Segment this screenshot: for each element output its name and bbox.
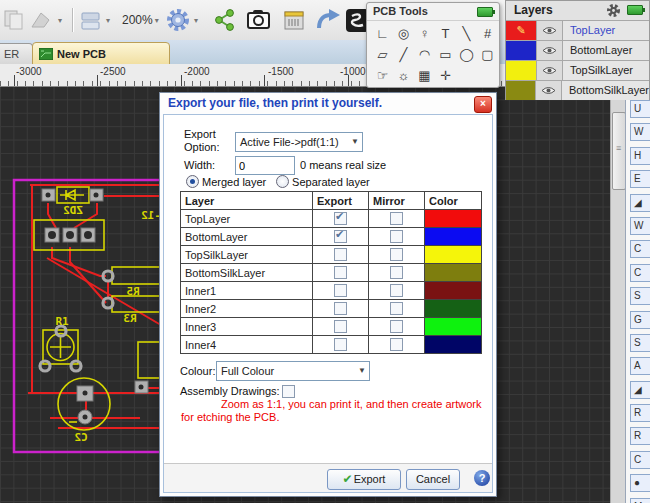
radio-icon[interactable]: [186, 175, 199, 188]
table-row: TopSilkLayer: [181, 246, 482, 264]
pcb-tool-track-icon[interactable]: ∟: [372, 23, 393, 44]
property-field-fragment: E: [630, 170, 650, 188]
export-checkbox[interactable]: [334, 320, 347, 333]
property-field-fragment: ◢: [630, 381, 650, 399]
property-field-fragment: S: [630, 287, 650, 305]
layer-visibility-eye-icon[interactable]: [537, 21, 563, 40]
pcb-tool-group-icon[interactable]: ▢: [477, 44, 498, 65]
preview-icon[interactable]: ▾: [28, 6, 62, 34]
layer-color-swatch[interactable]: ✎: [506, 21, 537, 40]
layer-name[interactable]: TopSilkLayer: [563, 61, 649, 80]
dialog-footer: ✔Export Cancel ?: [164, 463, 492, 492]
pcb-tool-hole-icon[interactable]: ☼: [393, 65, 414, 86]
property-field-fragment: U: [630, 100, 650, 118]
layer-color-cell[interactable]: [425, 336, 481, 353]
layers-detach-icon[interactable]: [627, 5, 643, 15]
tab-partial[interactable]: ER: [0, 43, 33, 65]
layer-visibility-eye-icon[interactable]: [536, 81, 562, 100]
pcb-tool-pad-icon[interactable]: ◎: [393, 23, 414, 44]
export-option-label: Export: [184, 128, 216, 140]
export-option-select[interactable]: Active File->pdf(1:1)▼: [235, 132, 363, 152]
width-hint: 0 means real size: [300, 159, 386, 171]
layer-visibility-eye-icon[interactable]: [537, 61, 563, 80]
mirror-checkbox[interactable]: [390, 302, 403, 315]
property-field-fragment: H: [630, 147, 650, 165]
export-icon[interactable]: [314, 6, 344, 34]
silkscreen-label-neg12: -12: [141, 209, 161, 222]
fabrication-icon[interactable]: [282, 6, 306, 34]
layer-color-swatch[interactable]: [506, 61, 537, 80]
layer-name[interactable]: BottomLayer: [563, 41, 649, 60]
mirror-checkbox[interactable]: [390, 212, 403, 225]
table-header-row: Layer Export Mirror Color: [181, 192, 482, 210]
layer-color-cell[interactable]: [425, 318, 481, 335]
export-checkbox[interactable]: [334, 230, 347, 243]
layer-color-cell[interactable]: [425, 246, 481, 263]
vertical-scrollbar[interactable]: [610, 86, 626, 503]
merged-layer-radio[interactable]: Merged layer: [186, 175, 266, 188]
width-input[interactable]: [235, 156, 295, 175]
clipboard-icon[interactable]: [2, 6, 26, 34]
layer-color-swatch[interactable]: [506, 81, 536, 100]
mirror-checkbox[interactable]: [390, 284, 403, 297]
layer-color-cell[interactable]: [425, 228, 481, 245]
mirror-checkbox[interactable]: [390, 266, 403, 279]
vertical-scrollbar-thumb[interactable]: [612, 112, 626, 190]
property-field-fragment: C: [630, 240, 650, 258]
property-field-fragment: W: [630, 123, 650, 141]
mirror-checkbox[interactable]: [390, 320, 403, 333]
pcb-tool-copper-area-icon[interactable]: ▱: [372, 44, 393, 65]
export-button[interactable]: ✔Export: [327, 469, 401, 490]
mirror-checkbox[interactable]: [390, 248, 403, 261]
layer-color-swatch[interactable]: [506, 41, 537, 60]
camera-icon[interactable]: [246, 6, 272, 34]
layer-row-bottomsilklayer: BottomSilkLayer: [506, 81, 649, 100]
settings-gear-icon[interactable]: ▾: [164, 6, 198, 34]
colour-select[interactable]: Full Colour▼: [216, 361, 370, 381]
property-field-fragment: C: [630, 264, 650, 282]
radio-icon[interactable]: [276, 175, 289, 188]
dialog-body: Export Option: Active File->pdf(1:1)▼ Wi…: [163, 114, 493, 493]
layer-color-cell[interactable]: [425, 264, 481, 281]
export-checkbox[interactable]: [334, 302, 347, 315]
layer-visibility-eye-icon[interactable]: [537, 41, 563, 60]
help-icon[interactable]: ?: [474, 470, 490, 486]
layer-color-cell[interactable]: [425, 282, 481, 299]
layer-name[interactable]: BottomSilkLayer: [562, 81, 649, 100]
mirror-checkbox[interactable]: [390, 338, 403, 351]
cancel-button[interactable]: Cancel: [406, 469, 460, 490]
layer-color-cell[interactable]: [425, 210, 481, 227]
layers-settings-gear-icon[interactable]: [606, 3, 621, 24]
assembly-drawings-checkbox[interactable]: [282, 385, 295, 398]
export-checkbox[interactable]: [334, 284, 347, 297]
pcb-tool-origin-icon[interactable]: ✛: [435, 65, 456, 86]
export-checkbox[interactable]: [334, 338, 347, 351]
zoom-select[interactable]: 200%▾: [122, 6, 159, 34]
pcb-tool-measure-icon[interactable]: ╱: [393, 44, 414, 65]
pcb-tool-via-icon[interactable]: ♀: [414, 23, 435, 44]
pcb-tool-text-icon[interactable]: T: [435, 23, 456, 44]
close-icon[interactable]: ×: [474, 96, 492, 113]
property-field-fragment: ●: [630, 474, 650, 492]
pcb-tool-image-icon[interactable]: ▦: [414, 65, 435, 86]
share-icon[interactable]: [212, 6, 236, 34]
layer-color-cell[interactable]: [425, 300, 481, 317]
export-checkbox[interactable]: [334, 266, 347, 279]
property-field-fragment: S: [630, 334, 650, 352]
pcb-tool-rect-icon[interactable]: ▭: [435, 44, 456, 65]
export-checkbox[interactable]: [334, 212, 347, 225]
pcb-tool-arc-icon[interactable]: ◠: [414, 44, 435, 65]
pcb-tool-line-icon[interactable]: ╲: [456, 23, 477, 44]
pcb-tool-circle-icon[interactable]: ◯: [456, 44, 477, 65]
export-checkbox[interactable]: [334, 248, 347, 261]
separated-layer-radio[interactable]: Separated layer: [276, 175, 370, 188]
tab-new-pcb[interactable]: New PCB: [32, 42, 170, 65]
mirror-checkbox[interactable]: [390, 230, 403, 243]
property-field-fragment: A: [630, 357, 650, 375]
pcb-tool-drag-icon[interactable]: ☞: [372, 65, 393, 86]
property-field-fragment: R: [630, 427, 650, 445]
properties-panel-fragment[interactable]: UWHE◢WCCSGSA◢RRC●M: [625, 86, 650, 503]
layer-config-icon[interactable]: ▾: [80, 6, 110, 34]
pcb-tool-dimension-icon[interactable]: #: [477, 23, 498, 44]
palette-detach-icon[interactable]: [477, 7, 493, 17]
